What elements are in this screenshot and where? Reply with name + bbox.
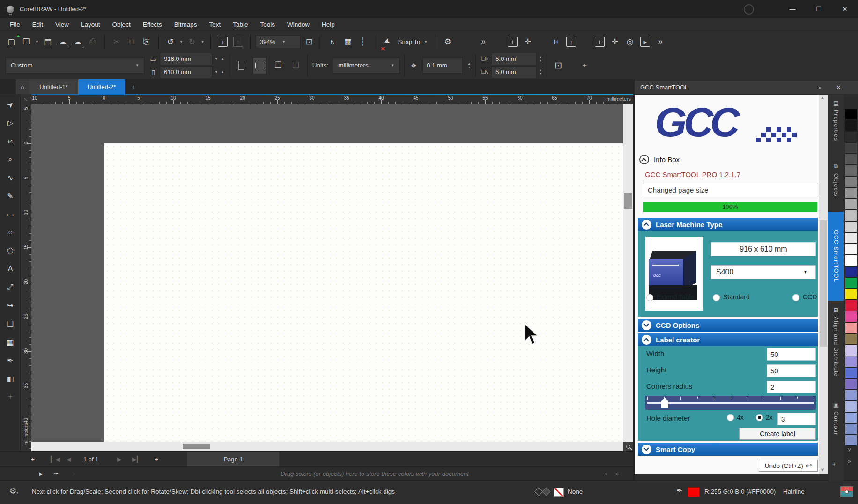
horizontal-scrollbar-thumb[interactable] bbox=[183, 444, 210, 449]
field-input-width[interactable]: 50 bbox=[767, 348, 816, 361]
laser-machine-type-header[interactable]: Laser Machine Type bbox=[638, 218, 818, 231]
ruler-origin[interactable]: ◺ bbox=[21, 94, 31, 104]
import-icon[interactable]: ↓ bbox=[218, 37, 228, 47]
docker-tab-contour[interactable]: ▣Contour bbox=[828, 401, 844, 456]
current-page-icon[interactable]: ❑ bbox=[289, 59, 303, 72]
camera-lens-icon[interactable]: ◎ bbox=[623, 35, 636, 48]
add-docker-button[interactable]: + bbox=[832, 460, 836, 468]
docker-tab-gcc-smarttool[interactable]: GCC SmartTOOL bbox=[828, 212, 844, 301]
docker-tab-align-and-distribute[interactable]: ⊞Align and Distribute bbox=[828, 306, 844, 396]
color-swatch[interactable] bbox=[845, 176, 857, 187]
zoom-corner-button[interactable] bbox=[623, 442, 633, 451]
color-swatch[interactable] bbox=[845, 142, 857, 154]
menu-object[interactable]: Object bbox=[106, 18, 137, 31]
color-swatch[interactable] bbox=[845, 378, 857, 390]
machine-model-dropdown[interactable]: S400 ▼ bbox=[711, 265, 816, 279]
color-swatch[interactable] bbox=[845, 131, 857, 142]
minimize-button[interactable]: — bbox=[779, 0, 806, 18]
radio-hole-2x[interactable] bbox=[756, 414, 763, 421]
cloud-upload-icon[interactable]: ☁↑ bbox=[56, 35, 69, 48]
menu-file[interactable]: File bbox=[4, 18, 26, 31]
expand-ccd-icon[interactable] bbox=[642, 320, 651, 330]
docker-tab-objects[interactable]: ⧉Objects bbox=[828, 163, 844, 208]
ellipse-tool[interactable]: ○ bbox=[4, 226, 17, 239]
menu-window[interactable]: Window bbox=[281, 18, 316, 31]
crop-tool[interactable]: ⧄ bbox=[4, 134, 17, 148]
radio-hole-4x[interactable] bbox=[727, 414, 734, 421]
connector-tool[interactable]: ↪ bbox=[4, 299, 17, 312]
new-document-tab-button[interactable]: + bbox=[127, 79, 140, 94]
menu-tools[interactable]: Tools bbox=[254, 18, 281, 31]
field-input-height[interactable]: 50 bbox=[767, 364, 816, 377]
toolbar-overflow-icon[interactable]: » bbox=[477, 35, 490, 48]
propbar-add-icon[interactable]: + bbox=[578, 59, 591, 72]
outline-indicator-icon[interactable] bbox=[542, 487, 550, 496]
color-swatch[interactable] bbox=[845, 435, 857, 446]
shape-tool[interactable]: ▷ bbox=[4, 116, 17, 129]
nudge-field[interactable]: 0.1 mm bbox=[422, 58, 463, 74]
width-spin-down-icon[interactable]: ▼ bbox=[214, 57, 218, 61]
all-pages-icon[interactable]: ❐ bbox=[272, 59, 285, 72]
launch-new-doc3-icon[interactable]: + bbox=[595, 37, 605, 47]
launch-crosshair-icon[interactable]: ✛ bbox=[521, 35, 534, 48]
video-tutorials-icon[interactable]: ▸ bbox=[640, 37, 650, 47]
color-swatch[interactable] bbox=[845, 255, 857, 266]
guidelines-icon[interactable]: ┆ bbox=[356, 35, 370, 48]
color-swatch[interactable] bbox=[845, 277, 857, 289]
color-swatch[interactable] bbox=[845, 232, 857, 244]
menu-help[interactable]: Help bbox=[316, 18, 341, 31]
radio-ccd[interactable] bbox=[792, 294, 799, 301]
document-page[interactable] bbox=[104, 143, 623, 442]
polygon-tool[interactable]: ⬠ bbox=[4, 244, 17, 257]
color-swatch[interactable] bbox=[845, 289, 857, 300]
zoom-level-dropdown[interactable]: 394%▼ bbox=[256, 35, 301, 48]
drop-shadow-tool[interactable]: ❏ bbox=[4, 317, 17, 330]
color-swatch[interactable] bbox=[845, 300, 857, 311]
vertical-scrollbar-thumb[interactable] bbox=[624, 193, 632, 209]
add-page-button[interactable]: + bbox=[31, 452, 35, 467]
duplicate-y-spinner[interactable]: ▲▼ bbox=[539, 68, 542, 76]
launch-new-doc2-icon[interactable]: + bbox=[566, 37, 576, 47]
color-swatch[interactable] bbox=[845, 401, 857, 412]
options-gear-icon[interactable]: ⚙ bbox=[441, 35, 454, 48]
nudge-spinner[interactable]: ▲▼ bbox=[467, 62, 471, 69]
next-page-icon[interactable]: ▶ bbox=[117, 452, 122, 467]
freehand-tool[interactable]: ∿ bbox=[4, 171, 17, 184]
color-swatch[interactable] bbox=[845, 210, 857, 221]
units-dropdown[interactable]: millimeters▼ bbox=[333, 58, 399, 74]
open-icon[interactable]: ❒ bbox=[20, 35, 33, 48]
height-spin-down-icon[interactable]: ▼ bbox=[214, 70, 218, 74]
info-box-header[interactable]: Info Box bbox=[639, 155, 680, 164]
page-height-field[interactable]: 610.0 mm bbox=[160, 66, 212, 78]
corner-radius-slider[interactable] bbox=[645, 396, 816, 410]
launch-3d-icon[interactable]: ⧈ bbox=[549, 35, 562, 48]
color-swatch[interactable] bbox=[845, 244, 857, 255]
launch-crosshair2-icon[interactable]: ✛ bbox=[608, 35, 621, 48]
label-creator-header[interactable]: Label creator bbox=[638, 333, 818, 346]
portrait-button[interactable] bbox=[234, 57, 248, 74]
menu-layout[interactable]: Layout bbox=[75, 18, 106, 31]
color-swatch[interactable] bbox=[845, 356, 857, 367]
horizontal-ruler[interactable]: millimeters 1050510152025303540455055606… bbox=[31, 94, 635, 104]
duplicate-y-field[interactable]: 5.0 mm bbox=[491, 66, 536, 78]
create-label-button[interactable]: Create label bbox=[739, 428, 816, 440]
width-spin-up-icon[interactable]: ▲ bbox=[221, 57, 224, 61]
page-preset-dropdown[interactable]: Custom▼ bbox=[6, 58, 144, 74]
expand-smart-copy-icon[interactable] bbox=[642, 445, 651, 454]
add-tools[interactable]: + bbox=[4, 390, 17, 403]
text-tool[interactable]: A bbox=[4, 262, 17, 275]
slider-thumb[interactable] bbox=[661, 398, 668, 408]
landscape-button[interactable] bbox=[253, 57, 267, 74]
last-page-icon[interactable]: ▶▎ bbox=[132, 452, 141, 467]
new-document-icon[interactable]: ▢+ bbox=[5, 35, 18, 48]
first-page-icon[interactable]: ▎◀ bbox=[51, 452, 60, 467]
menu-effects[interactable]: Effects bbox=[137, 18, 168, 31]
zoom-fit-icon[interactable]: ⊡ bbox=[303, 35, 316, 48]
color-swatch[interactable] bbox=[845, 390, 857, 401]
color-swatch[interactable] bbox=[845, 154, 857, 165]
snap-to-dropdown[interactable]: Snap To▼ bbox=[395, 38, 430, 45]
smart-copy-header[interactable]: Smart Copy bbox=[638, 443, 818, 456]
color-swatch[interactable] bbox=[845, 345, 857, 356]
eyedropper-tool[interactable]: ✒ bbox=[4, 354, 17, 367]
color-swatch[interactable] bbox=[845, 311, 857, 322]
